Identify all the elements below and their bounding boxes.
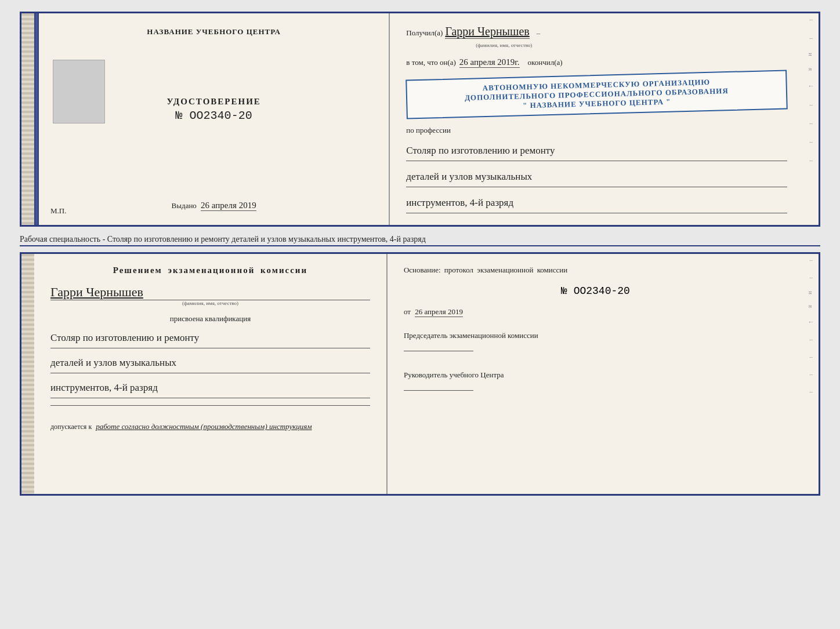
edge-i: и	[808, 53, 814, 56]
resheniem-title: Решением экзаменационной комиссии	[50, 266, 370, 275]
vtom-prefix: в том, что он(a)	[406, 58, 456, 67]
dash-r2: –	[809, 274, 813, 281]
osnovanie-title: Основание: протокол экзаменационной коми…	[404, 266, 787, 275]
right-edge-strip: – – и я ← – – – –	[803, 13, 819, 225]
dopuskaetsya-text: работе согласно должностным (производств…	[96, 422, 312, 431]
ot-date: 26 апреля 2019	[415, 307, 463, 317]
okonchil-label: окончил(а)	[528, 58, 563, 67]
certificate-block: УДОСТОВЕРЕНИЕ № OO2340-20	[166, 97, 261, 122]
dash3: –	[809, 101, 813, 108]
top-left-page: НАЗВАНИЕ УЧЕБНОГО ЦЕНТРА УДОСТОВЕРЕНИЕ №…	[39, 13, 390, 225]
dash2: –	[809, 34, 813, 41]
fio-sublabel-top: (фамилия, имя, отчество)	[476, 42, 787, 48]
qualification-line3: инструментов, 4-й разряд	[50, 378, 370, 398]
dash-r3: –	[809, 336, 813, 343]
dash-r5: –	[809, 370, 813, 377]
rukovoditel-label: Руководитель учебного Центра	[404, 369, 787, 381]
dopuskaetsya-line: допускается к работе согласно должностны…	[50, 422, 370, 431]
predsedatel-signature	[404, 351, 473, 351]
dash-r6: –	[809, 388, 813, 395]
dash6: –	[809, 157, 813, 163]
photo-placeholder	[53, 60, 105, 123]
dash1: –	[809, 16, 813, 23]
po-professii-label: по профессии	[406, 126, 787, 135]
separator-line	[50, 405, 370, 406]
predsedatel-block: Председатель экзаменационной комиссии	[404, 330, 787, 354]
center-title: НАЗВАНИЕ УЧЕБНОГО ЦЕНТРА	[147, 27, 281, 37]
predsedatel-label: Председатель экзаменационной комиссии	[404, 330, 787, 341]
bottom-booklet: Решением экзаменационной комиссии Гарри …	[20, 252, 820, 496]
edge-arrow-b: ←	[808, 318, 814, 325]
bottom-right-page: Основание: протокол экзаменационной коми…	[388, 254, 803, 494]
edge-arrow: ←	[808, 82, 814, 89]
name-block: Гарри Чернышев (фамилия, имя, отчество)	[50, 285, 370, 306]
prisvoena-label: присвоена квалификация	[50, 314, 370, 323]
vtom-line: в том, что он(a) 26 апреля 2019г. окончи…	[406, 57, 787, 68]
left-edge-strip	[21, 13, 34, 225]
qualification-line2: деталей и узлов музыкальных	[50, 353, 370, 373]
profession-line2: деталей и узлов музыкальных	[406, 167, 787, 187]
spine-left	[34, 13, 39, 225]
bottom-left-strip	[21, 254, 34, 494]
dash-r4: –	[809, 353, 813, 360]
top-booklet: НАЗВАНИЕ УЧЕБНОГО ЦЕНТРА УДОСТОВЕРЕНИЕ №…	[20, 12, 820, 227]
dash-r1: –	[809, 256, 813, 263]
edge-i-b: и	[808, 291, 814, 294]
rukovoditel-signature	[404, 390, 473, 391]
poluchil-label: Получил(а)	[406, 28, 443, 38]
document-container: НАЗВАНИЕ УЧЕБНОГО ЦЕНТРА УДОСТОВЕРЕНИЕ №…	[20, 12, 820, 496]
specialty-text: Рабочая специальность - Столяр по изгото…	[20, 232, 820, 246]
ot-label: от	[404, 307, 411, 316]
profession-line3: инструментов, 4-й разряд	[406, 193, 787, 213]
vydano-label: Выдано	[172, 201, 197, 210]
vtom-date: 26 апреля 2019г.	[459, 57, 520, 68]
ot-line: от 26 апреля 2019	[404, 307, 787, 317]
certificate-number: № OO2340-20	[166, 109, 261, 122]
dash5: –	[809, 138, 813, 145]
vydano-line: Выдано 26 апреля 2019	[172, 201, 256, 211]
edge-ya-b: я	[808, 305, 814, 308]
rukovoditel-block: Руководитель учебного Центра	[404, 369, 787, 394]
dopuskaetsya-prefix: допускается к	[50, 423, 92, 431]
poluchil-line: Получил(а) Гарри Чернышев –	[406, 25, 787, 39]
fio-sublabel-bottom: (фамилия, имя, отчество)	[50, 300, 370, 306]
recipient-name: Гарри Чернышев	[445, 25, 529, 39]
edge-ya: я	[808, 68, 814, 71]
mp-label: М.П.	[50, 206, 66, 216]
stamp-block: АВТОНОМНУЮ НЕКОММЕРЧЕСКУЮ ОРГАНИЗАЦИЮ ДО…	[405, 70, 787, 119]
bottom-left-page: Решением экзаменационной комиссии Гарри …	[34, 254, 388, 494]
profession-line1: Столяр по изготовлению и ремонту	[406, 141, 787, 161]
bottom-right-strip: – – и я ← – – – –	[803, 254, 819, 494]
vydano-date: 26 апреля 2019	[201, 201, 256, 211]
top-right-page: Получил(а) Гарри Чернышев – (фамилия, им…	[390, 13, 803, 225]
qualification-line1: Столяр по изготовлению и ремонту	[50, 328, 370, 348]
dash4: –	[809, 119, 813, 126]
certificate-title: УДОСТОВЕРЕНИЕ	[166, 97, 261, 107]
bottom-name: Гарри Чернышев	[50, 285, 370, 300]
protocol-number: № OO2340-20	[404, 285, 787, 297]
